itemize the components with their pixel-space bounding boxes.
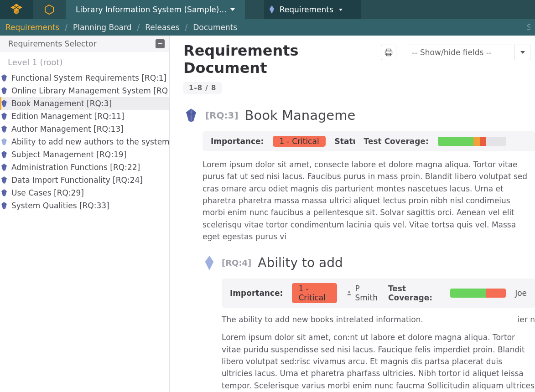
requirement-icon (0, 202, 8, 209)
tree-node-label: Author Management [RQ:13] (11, 124, 124, 134)
coverage-label: Test Coverage: (364, 137, 429, 146)
tree-node[interactable]: Functional System Requirements [RQ:1] (0, 72, 169, 84)
printer-icon (384, 48, 393, 57)
owner-secondary: Joe (515, 289, 527, 298)
requirement-icon (0, 176, 8, 184)
owner: P Smith (346, 284, 379, 302)
nav-item-planning-board[interactable]: Planning Board (72, 21, 133, 34)
section-name: Requirements (280, 5, 333, 14)
importance-label: Importance: (211, 137, 264, 146)
topbar: Library Information System (Sample)... R… (0, 0, 535, 19)
secondary-nav: Requirements/Planning Board/Releases/Doc… (0, 19, 535, 36)
tree-node-label: System Qualities [RQ:33] (11, 201, 109, 210)
workspace-icon-button[interactable] (33, 0, 66, 19)
tree-node[interactable]: Subject Management [RQ:19] (0, 148, 169, 161)
tree-node-label: Functional System Requirements [RQ:1] (11, 73, 166, 83)
tree-node-label: Data Import Functionality [RQ:24] (11, 175, 143, 185)
nav-item-documents[interactable]: Documents (192, 21, 238, 34)
requirement-body: Lorem ipsum dolor sit amet, consecte lab… (203, 159, 535, 242)
requirement-icon (0, 151, 8, 158)
tree-node[interactable]: System Qualities [RQ:33] (0, 199, 169, 212)
coverage-label: Test Coverage: (388, 284, 441, 302)
tree-node[interactable]: Author Management [RQ:13] (0, 123, 169, 135)
collapse-sidebar-button[interactable] (156, 39, 165, 48)
tree-node[interactable]: Book Management [RQ:3] (0, 97, 169, 110)
chevron-down-icon (339, 9, 343, 11)
requirement-icon (0, 189, 8, 196)
requirement-icon (0, 74, 8, 82)
user-icon (346, 289, 352, 297)
tree-level-label: Level 1 (root) (0, 55, 169, 72)
tree-node-label: Edition Management [RQ:11] (11, 112, 124, 121)
page-title: Requirements Document (183, 42, 372, 77)
sidebar-header: Requirements Selector (0, 36, 169, 52)
sidebar: Requirements Selector Level 1 (root) Fun… (0, 36, 170, 392)
show-hide-fields-select[interactable]: -- Show/hide fields -- (405, 45, 530, 60)
chevron-down-icon (230, 8, 235, 11)
tree-node[interactable]: Use Cases [RQ:29] (0, 186, 169, 199)
requirement-body: Lorem ipsum dolor sit amet, con:nt ut la… (222, 331, 535, 392)
tree-node-label: Use Cases [RQ:29] (11, 188, 84, 197)
requirements-tree: Functional System Requirements [RQ:1]Onl… (0, 72, 169, 212)
cube-stack-icon (10, 3, 23, 16)
nav-item-requirements[interactable]: Requirements (5, 21, 60, 34)
tree-node[interactable]: Administration Functions [RQ:22] (0, 161, 169, 174)
requirement-meta: Importance:1 - CriticalP SmithTest Cover… (222, 279, 535, 308)
requirement-summary: The ability to add new books intrelated … (222, 315, 535, 324)
show-hide-fields-label: -- Show/hide fields -- (405, 48, 514, 57)
tree-node-label: Book Management [RQ:3] (11, 99, 112, 108)
requirement-id: [RQ:3] (205, 110, 239, 121)
requirement-name: Ability to add (258, 255, 343, 270)
requirement-name: Book Manageme (245, 108, 356, 123)
importance-value: 1 - Critical (273, 136, 325, 147)
tree-node[interactable]: Edition Management [RQ:11] (0, 110, 169, 123)
requirement-icon (0, 100, 8, 107)
tree-node[interactable]: Online Library Management System [RQ:2] (0, 84, 169, 97)
nav-overflow-hint: S (527, 23, 530, 32)
nav-item-releases[interactable]: Releases (144, 21, 180, 34)
section-selector[interactable]: Requirements (264, 0, 361, 19)
requirement-block: [RQ:4]Ability to addImportance:1 - Criti… (183, 255, 535, 392)
status-label: Statu (335, 137, 355, 146)
tree-node[interactable]: Data Import Functionality [RQ:24] (0, 174, 169, 186)
requirement-icon (269, 5, 275, 14)
requirement-icon (183, 108, 199, 122)
pager: 1-8 / 8 (183, 82, 222, 94)
sidebar-title: Requirements Selector (8, 39, 96, 48)
print-button[interactable] (381, 45, 396, 60)
hexagon-icon (44, 4, 55, 15)
tree-node[interactable]: Ability to add new authors to the system (0, 135, 169, 148)
project-selector[interactable]: Library Information System (Sample)... (66, 0, 245, 19)
requirement-icon (0, 113, 8, 120)
coverage-bar (450, 289, 506, 298)
requirement-icon (0, 87, 8, 94)
app-logo[interactable] (0, 0, 33, 19)
importance-label: Importance: (230, 289, 283, 298)
tree-node-label: Ability to add new authors to the system (11, 137, 169, 146)
project-name: Library Information System (Sample)... (76, 5, 227, 14)
requirement-id: [RQ:4] (222, 258, 251, 268)
requirement-icon (0, 164, 8, 171)
importance-value: 1 - Critical (292, 283, 337, 303)
requirement-meta: Importance:1 - CriticalStatuTest Coverag… (203, 131, 535, 151)
requirement-icon (203, 256, 215, 270)
requirement-icon (0, 138, 8, 145)
coverage-bar (438, 137, 506, 146)
requirement-block: [RQ:3]Book ManagemeImportance:1 - Critic… (183, 108, 535, 242)
tree-node-label: Subject Management [RQ:19] (11, 150, 126, 159)
requirement-icon (0, 125, 8, 133)
chevron-down-icon (520, 51, 525, 54)
tree-node-label: Administration Functions [RQ:22] (11, 163, 140, 172)
content: Requirements Document -- Show/hide field… (170, 36, 535, 392)
tree-node-label: Online Library Management System [RQ:2] (11, 86, 169, 95)
